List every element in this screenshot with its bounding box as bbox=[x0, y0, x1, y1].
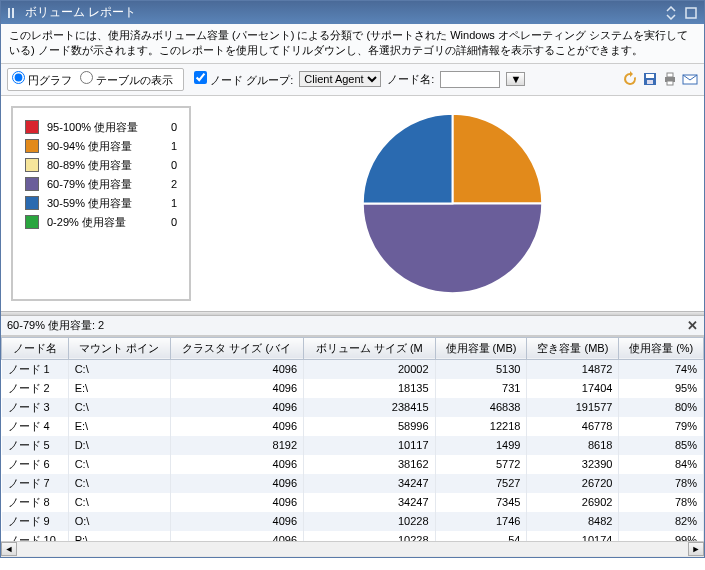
table-row[interactable]: ノード 5D:\8192101171499861885% bbox=[2, 436, 704, 455]
scroll-left-icon[interactable]: ◄ bbox=[1, 542, 17, 556]
table-row[interactable]: ノード 2E:\4096181357311740495% bbox=[2, 379, 704, 398]
report-description: このレポートには、使用済みボリューム容量 (パーセント) による分類で (サポー… bbox=[1, 24, 704, 64]
legend: 95-100% 使用容量090-94% 使用容量180-89% 使用容量060-… bbox=[11, 106, 191, 301]
legend-swatch bbox=[25, 177, 39, 191]
legend-item[interactable]: 95-100% 使用容量0 bbox=[25, 120, 177, 135]
table-row[interactable]: ノード 1C:\40962000251301487274% bbox=[2, 359, 704, 379]
column-header[interactable]: マウント ポイン bbox=[68, 337, 170, 359]
legend-item[interactable]: 0-29% 使用容量0 bbox=[25, 215, 177, 230]
pie-slice[interactable] bbox=[363, 203, 542, 293]
legend-count: 0 bbox=[165, 216, 177, 228]
chart-area: 95-100% 使用容量090-94% 使用容量180-89% 使用容量060-… bbox=[1, 96, 704, 311]
table-row[interactable]: ノード 8C:\40963424773452690278% bbox=[2, 493, 704, 512]
column-header[interactable]: ボリューム サイズ (M bbox=[304, 337, 435, 359]
detail-header-row: 60-79% 使用容量: 2 ✕ bbox=[1, 316, 704, 336]
legend-label: 30-59% 使用容量 bbox=[47, 196, 157, 211]
email-icon[interactable] bbox=[682, 71, 698, 87]
grip-icon bbox=[7, 6, 21, 20]
table-row[interactable]: ノード 10P:\409610228541017499% bbox=[2, 531, 704, 541]
legend-swatch bbox=[25, 196, 39, 210]
svg-rect-5 bbox=[647, 80, 653, 84]
print-icon[interactable] bbox=[662, 71, 678, 87]
report-window: ボリューム レポート このレポートには、使用済みボリューム容量 (パーセント) … bbox=[0, 0, 705, 558]
legend-count: 0 bbox=[165, 121, 177, 133]
detail-table-wrap[interactable]: ノード名マウント ポインクラスタ サイズ (バイボリューム サイズ (M使用容量… bbox=[1, 336, 704, 541]
column-header[interactable]: クラスタ サイズ (バイ bbox=[170, 337, 303, 359]
pie-chart[interactable] bbox=[355, 106, 550, 301]
legend-label: 80-89% 使用容量 bbox=[47, 158, 157, 173]
maximize-icon[interactable] bbox=[684, 6, 698, 20]
legend-item[interactable]: 80-89% 使用容量0 bbox=[25, 158, 177, 173]
node-group-select[interactable]: Client Agent bbox=[299, 71, 381, 87]
svg-rect-8 bbox=[667, 81, 673, 85]
node-name-label: ノード名: bbox=[387, 72, 434, 87]
legend-item[interactable]: 90-94% 使用容量1 bbox=[25, 139, 177, 154]
pie-slice[interactable] bbox=[363, 114, 453, 204]
detail-header-text: 60-79% 使用容量: 2 bbox=[7, 318, 104, 333]
svg-rect-0 bbox=[8, 8, 10, 18]
column-header[interactable]: 使用容量 (%) bbox=[619, 337, 704, 359]
svg-rect-2 bbox=[686, 8, 696, 18]
svg-rect-1 bbox=[12, 8, 14, 18]
svg-rect-7 bbox=[667, 73, 673, 77]
table-row[interactable]: ノード 6C:\40963816257723239084% bbox=[2, 455, 704, 474]
column-header[interactable]: 使用容量 (MB) bbox=[435, 337, 527, 359]
legend-count: 0 bbox=[165, 159, 177, 171]
pie-slice[interactable] bbox=[453, 114, 543, 204]
legend-swatch bbox=[25, 215, 39, 229]
legend-swatch bbox=[25, 120, 39, 134]
detail-table: ノード名マウント ポインクラスタ サイズ (バイボリューム サイズ (M使用容量… bbox=[1, 337, 704, 541]
refresh-icon[interactable] bbox=[622, 71, 638, 87]
radio-pie-chart[interactable]: 円グラフ bbox=[12, 71, 72, 88]
legend-label: 95-100% 使用容量 bbox=[47, 120, 157, 135]
horizontal-scrollbar[interactable]: ◄ ► bbox=[1, 541, 704, 557]
window-title: ボリューム レポート bbox=[25, 4, 136, 21]
legend-count: 1 bbox=[165, 140, 177, 152]
column-header[interactable]: 空き容量 (MB) bbox=[527, 337, 619, 359]
table-row[interactable]: ノード 9O:\4096102281746848282% bbox=[2, 512, 704, 531]
legend-swatch bbox=[25, 158, 39, 172]
table-row[interactable]: ノード 7C:\40963424775272672078% bbox=[2, 474, 704, 493]
scroll-right-icon[interactable]: ► bbox=[688, 542, 704, 556]
dropdown-icon[interactable]: ▼ bbox=[506, 72, 525, 86]
svg-rect-4 bbox=[646, 74, 654, 78]
legend-swatch bbox=[25, 139, 39, 153]
table-row[interactable]: ノード 4E:\409658996122184677879% bbox=[2, 417, 704, 436]
table-row[interactable]: ノード 3C:\40962384154683819157780% bbox=[2, 398, 704, 417]
legend-item[interactable]: 60-79% 使用容量2 bbox=[25, 177, 177, 192]
close-detail-icon[interactable]: ✕ bbox=[687, 318, 698, 333]
titlebar: ボリューム レポート bbox=[1, 1, 704, 24]
save-icon[interactable] bbox=[642, 71, 658, 87]
node-name-input[interactable] bbox=[440, 71, 500, 88]
legend-count: 1 bbox=[165, 197, 177, 209]
legend-item[interactable]: 30-59% 使用容量1 bbox=[25, 196, 177, 211]
legend-count: 2 bbox=[165, 178, 177, 190]
collapse-icon[interactable] bbox=[664, 6, 678, 20]
legend-label: 60-79% 使用容量 bbox=[47, 177, 157, 192]
legend-label: 0-29% 使用容量 bbox=[47, 215, 157, 230]
toolbar: 円グラフ テーブルの表示 ノード グループ: Client Agent ノード名… bbox=[1, 64, 704, 96]
legend-label: 90-94% 使用容量 bbox=[47, 139, 157, 154]
checkbox-node-group[interactable]: ノード グループ: bbox=[194, 71, 293, 88]
radio-table-view[interactable]: テーブルの表示 bbox=[80, 71, 173, 88]
column-header[interactable]: ノード名 bbox=[2, 337, 69, 359]
